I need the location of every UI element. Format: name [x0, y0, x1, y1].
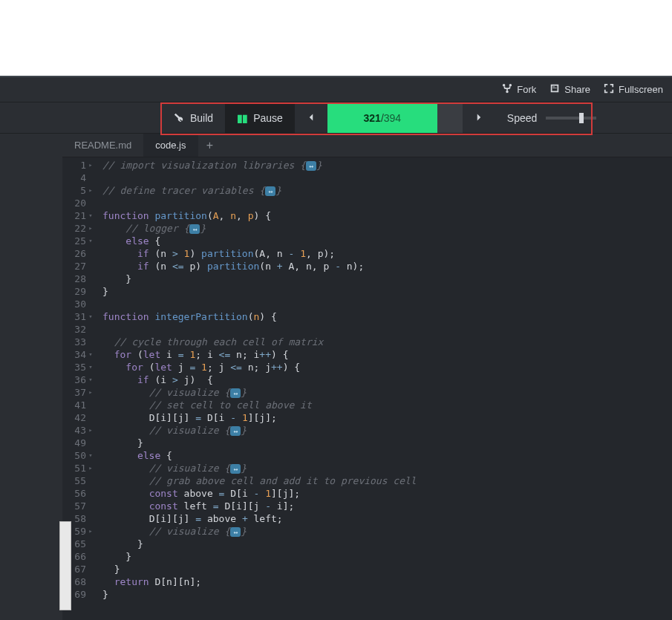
- line-number: 20: [62, 197, 94, 209]
- code-line[interactable]: // visualize {↔}: [102, 525, 672, 538]
- fork-icon: [502, 83, 512, 96]
- line-number: 50▾: [62, 449, 94, 462]
- line-number: 29: [62, 285, 94, 298]
- code-line[interactable]: [102, 323, 672, 336]
- line-number: 56: [62, 487, 94, 500]
- scrollbar-thumb[interactable]: [59, 521, 71, 610]
- code-line[interactable]: // cycle through each cell of matrix: [102, 336, 672, 348]
- code-line[interactable]: for (let i = 1; i <= n; i++) {: [102, 348, 672, 361]
- progress-current: 321: [364, 112, 381, 124]
- titlebar: Fork Share Fullscreen: [0, 77, 672, 102]
- line-number: 42: [62, 411, 94, 424]
- line-number: 35▾: [62, 361, 94, 373]
- line-number: 33: [62, 336, 94, 348]
- line-number: 49: [62, 437, 94, 449]
- code-line[interactable]: return D[n][n];: [102, 575, 672, 588]
- code-line[interactable]: // define tracer variables {↔}: [102, 184, 672, 197]
- speed-label: Speed: [507, 112, 537, 124]
- code-line[interactable]: [102, 172, 672, 184]
- build-label: Build: [190, 112, 213, 124]
- share-label: Share: [564, 84, 590, 95]
- fork-button[interactable]: Fork: [502, 83, 536, 96]
- line-number: 1▸: [62, 159, 94, 172]
- tab-add-button[interactable]: +: [198, 134, 222, 157]
- chevron-left-icon: [307, 111, 316, 125]
- line-number: 32: [62, 323, 94, 336]
- code-line[interactable]: if (i > j) {: [102, 373, 672, 386]
- line-number: 43▸: [62, 424, 94, 437]
- line-number: 4: [62, 172, 94, 184]
- code-line[interactable]: const left = D[i][j - i];: [102, 500, 672, 512]
- line-number: 30: [62, 298, 94, 310]
- chevron-right-icon: [474, 111, 483, 125]
- code-line[interactable]: }: [102, 550, 672, 563]
- code-line[interactable]: if (n <= p) partition(n + A, n, p - n);: [102, 260, 672, 273]
- fullscreen-icon: [604, 83, 614, 96]
- code-line[interactable]: function integerPartition(n) {: [102, 310, 672, 323]
- code-line[interactable]: // logger {↔}: [102, 222, 672, 235]
- line-number: 37▸: [62, 386, 94, 399]
- code-line[interactable]: // import visualization libraries {↔}: [102, 159, 672, 172]
- code-line[interactable]: // set cell to cell above it: [102, 399, 672, 411]
- speed-slider-thumb[interactable]: [579, 113, 584, 123]
- code-line[interactable]: [102, 298, 672, 310]
- code-line[interactable]: if (n > 1) partition(A, n - 1, p);: [102, 247, 672, 260]
- line-number: 51▸: [62, 462, 94, 474]
- progress-total: 394: [384, 112, 401, 124]
- code-line[interactable]: // visualize {↔}: [102, 424, 672, 437]
- left-panel: [0, 134, 62, 620]
- share-button[interactable]: Share: [549, 83, 590, 96]
- wrench-icon: [174, 111, 184, 124]
- line-number: 5▸: [62, 184, 94, 197]
- code-line[interactable]: // visualize {↔}: [102, 386, 672, 399]
- line-number: 22▸: [62, 222, 94, 235]
- fork-label: Fork: [517, 84, 536, 95]
- code-line[interactable]: else {: [102, 235, 672, 247]
- pause-icon: ▮▮: [237, 112, 247, 124]
- pause-button[interactable]: ▮▮ Pause: [225, 102, 295, 133]
- editor-wrap: README.mdcode.js+ 1▸45▸2021▾22▸25▾262728…: [62, 134, 672, 620]
- line-number: 41: [62, 399, 94, 411]
- progress-bar[interactable]: 321 / 394: [327, 102, 437, 133]
- line-number: 26: [62, 247, 94, 260]
- main-area: README.mdcode.js+ 1▸45▸2021▾22▸25▾262728…: [0, 134, 672, 620]
- code-line[interactable]: [102, 197, 672, 209]
- tab-code-js[interactable]: code.js: [143, 134, 198, 157]
- speed-slider[interactable]: [546, 117, 596, 120]
- line-number: 25▾: [62, 235, 94, 247]
- line-number: 34▾: [62, 348, 94, 361]
- code-line[interactable]: }: [102, 538, 672, 550]
- line-number: 28: [62, 273, 94, 285]
- tab-README-md[interactable]: README.md: [62, 134, 143, 157]
- code-line[interactable]: }: [102, 588, 672, 601]
- line-number: 31▾: [62, 310, 94, 323]
- code-area[interactable]: // import visualization libraries {↔}// …: [97, 157, 672, 620]
- step-forward-button[interactable]: [463, 102, 495, 133]
- code-line[interactable]: for (let j = 1; j <= n; j++) {: [102, 361, 672, 373]
- line-number: 55: [62, 474, 94, 487]
- code-line[interactable]: // grab above cell and add it to previou…: [102, 474, 672, 487]
- pause-label: Pause: [253, 112, 283, 124]
- build-button[interactable]: Build: [162, 102, 225, 133]
- code-line[interactable]: }: [102, 437, 672, 449]
- fullscreen-button[interactable]: Fullscreen: [604, 83, 663, 96]
- line-number: 57: [62, 500, 94, 512]
- code-line[interactable]: D[i][j] = above + left;: [102, 512, 672, 525]
- code-line[interactable]: D[i][j] = D[i - 1][j];: [102, 411, 672, 424]
- code-line[interactable]: // visualize {↔}: [102, 462, 672, 474]
- code-editor[interactable]: 1▸45▸2021▾22▸25▾262728293031▾323334▾35▾3…: [62, 157, 672, 620]
- fullscreen-label: Fullscreen: [619, 84, 663, 95]
- line-number: 36▾: [62, 373, 94, 386]
- code-line[interactable]: }: [102, 285, 672, 298]
- code-line[interactable]: function partition(A, n, p) {: [102, 209, 672, 222]
- code-line[interactable]: }: [102, 273, 672, 285]
- code-line[interactable]: }: [102, 563, 672, 575]
- progress-remaining[interactable]: [437, 102, 463, 133]
- code-line[interactable]: const above = D[i - 1][j];: [102, 487, 672, 500]
- code-line[interactable]: else {: [102, 449, 672, 462]
- share-icon: [549, 83, 560, 96]
- line-number: 21▾: [62, 209, 94, 222]
- toolbar: Build ▮▮ Pause 321 / 394 Speed: [0, 102, 672, 134]
- speed-control: Speed: [495, 102, 608, 133]
- step-back-button[interactable]: [295, 102, 327, 133]
